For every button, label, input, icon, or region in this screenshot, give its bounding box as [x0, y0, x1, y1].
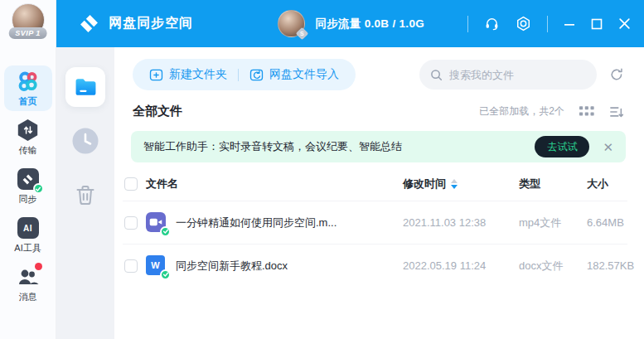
titlebar: 网盘同步空间 S 同步流量 0.0B / 1.0G [56, 0, 644, 47]
app-window: SVIP 1 首页 [0, 0, 644, 339]
synced-check-badge [160, 226, 171, 237]
sidebar-item-label: 首页 [19, 95, 37, 108]
file-name[interactable]: 同步空间新手教程.docx [176, 259, 288, 274]
sidebar-item-ai-tools[interactable]: AI AI工具 [4, 212, 52, 258]
file-size: 6.64MB [587, 216, 627, 229]
file-type: docx文件 [519, 259, 587, 274]
titlebar-avatar[interactable]: S [278, 10, 305, 37]
file-toolbar: 新建文件夹 网盘文件导入 [133, 59, 627, 90]
action-pill: 新建文件夹 网盘文件导入 [133, 59, 356, 90]
new-folder-icon [149, 68, 163, 82]
sidebar-item-sync[interactable]: 同步 [4, 163, 52, 209]
sidebar-item-messages[interactable]: 消息 [4, 261, 52, 307]
notification-dot [35, 263, 42, 270]
grid-view-icon[interactable] [579, 106, 594, 117]
settings-gear-icon[interactable] [516, 16, 531, 31]
sidebar-item-label: 传输 [19, 144, 37, 157]
netdisk-logo-icon [17, 70, 40, 93]
sort-carets[interactable] [451, 179, 458, 189]
titlebar-divider [547, 16, 548, 32]
main-content: 新建文件夹 网盘文件导入 [114, 47, 644, 339]
import-icon [249, 68, 264, 82]
search-input[interactable] [449, 69, 586, 81]
sidebar-item-label: AI工具 [14, 242, 41, 254]
synced-check-badge [160, 269, 171, 280]
video-file-icon [146, 212, 167, 234]
load-status: 已全部加载，共2个 [479, 104, 564, 119]
select-all-checkbox[interactable] [124, 177, 138, 191]
table-row[interactable]: 一分钟精通如何使用同步空间.m... 2021.11.03 12:38 mp4文… [123, 201, 627, 244]
try-it-button[interactable]: 去试试 [535, 136, 589, 157]
ai-assistant-banner: 智能工作助手：实时录音转文稿，会议纪要、智能总结 去试试 ✕ [131, 131, 626, 162]
row-checkbox[interactable] [124, 216, 138, 230]
secondary-rail [56, 47, 114, 339]
ai-tools-icon: AI [17, 216, 40, 240]
maximize-button[interactable] [591, 18, 603, 30]
rail-trash-icon[interactable] [65, 175, 105, 215]
column-header-size[interactable]: 大小 [587, 177, 627, 191]
rail-recent-clock-icon[interactable] [65, 121, 105, 161]
messages-icon [17, 265, 40, 288]
new-folder-button[interactable]: 新建文件夹 [149, 67, 227, 82]
app-title: 网盘同步空间 [109, 15, 193, 32]
sidebar-item-transfer[interactable]: 传输 [4, 114, 52, 160]
sidebar-nav: 首页 传输 [0, 65, 56, 307]
files-header: 全部文件 已全部加载，共2个 [133, 104, 624, 119]
files-title: 全部文件 [133, 104, 182, 119]
sidebar-item-label: 消息 [19, 291, 37, 303]
sync-traffic-label: 同步流量 0.0B / 1.0G [315, 17, 424, 31]
transfer-icon [17, 119, 40, 142]
banner-close-icon[interactable]: ✕ [603, 141, 613, 153]
toolbar-divider [238, 69, 239, 81]
search-icon [430, 69, 443, 81]
table-row[interactable]: W 同步空间新手教程.docx 2022.05.19 11:24 docx文件 … [123, 244, 627, 287]
minimize-button[interactable] [564, 18, 575, 30]
table-header: 文件名 修改时间 类型 大小 [123, 167, 627, 201]
titlebar-divider [467, 16, 468, 32]
sort-asc-caret [451, 179, 458, 183]
file-name[interactable]: 一分钟精通如何使用同步空间.m... [176, 216, 337, 230]
word-file-icon: W [146, 255, 167, 277]
support-headset-icon[interactable] [484, 16, 500, 31]
svip-mini-badge: S [296, 27, 309, 41]
user-avatar-block[interactable]: SVIP 1 [0, 0, 56, 47]
column-header-name[interactable]: 文件名 [146, 177, 403, 191]
column-header-modified[interactable]: 修改时间 [403, 177, 519, 191]
banner-text: 智能工作助手：实时录音转文稿，会议纪要、智能总结 [143, 139, 402, 154]
refresh-icon[interactable] [609, 67, 624, 82]
sync-icon [17, 167, 40, 191]
sort-list-icon[interactable] [609, 105, 624, 119]
column-header-type[interactable]: 类型 [519, 177, 587, 191]
file-size: 182.57KB [587, 259, 634, 272]
sort-desc-caret-active [451, 185, 458, 189]
sidebar-item-home[interactable]: 首页 [4, 65, 52, 111]
main-sidebar: SVIP 1 首页 [0, 0, 56, 339]
file-type: mp4文件 [519, 216, 587, 230]
app-logo-icon [80, 14, 99, 33]
close-button[interactable] [618, 17, 631, 30]
vip-badge: SVIP 1 [8, 27, 47, 39]
sync-ok-badge [33, 183, 44, 194]
rail-files-folder-icon[interactable] [65, 67, 105, 107]
row-checkbox[interactable] [124, 259, 138, 273]
sidebar-item-label: 同步 [19, 193, 37, 206]
file-modified: 2022.05.19 11:24 [403, 259, 519, 272]
search-box[interactable] [419, 60, 597, 90]
import-from-netdisk-button[interactable]: 网盘文件导入 [249, 67, 339, 82]
file-modified: 2021.11.03 12:38 [403, 216, 519, 229]
